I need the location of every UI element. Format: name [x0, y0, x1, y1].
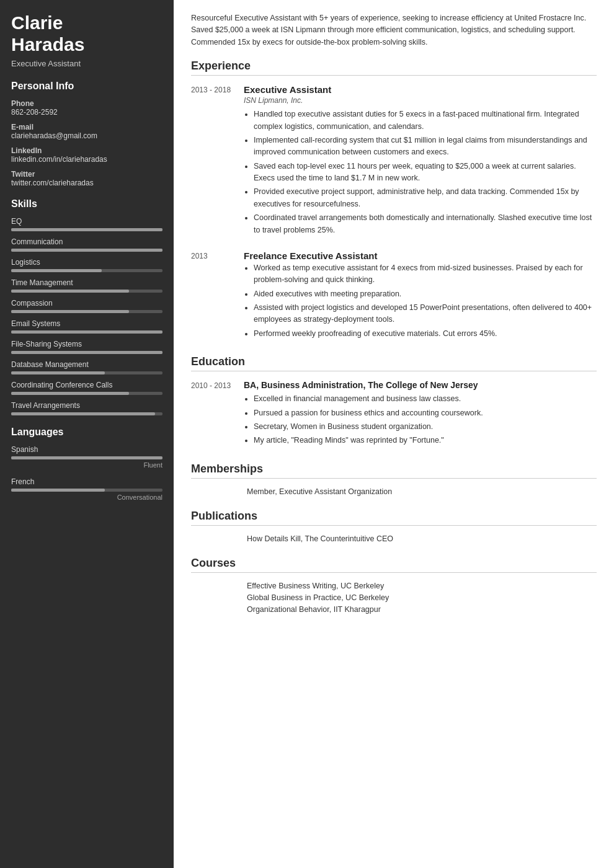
skill-name: Time Management [11, 278, 162, 287]
skill-name: Travel Arrangements [11, 401, 162, 410]
language-level: Fluent [11, 461, 162, 469]
summary-text: Resourceful Executive Assistant with 5+ … [191, 12, 597, 48]
skill-bar-bg [11, 371, 162, 374]
skill-bar-bg [11, 412, 162, 415]
bullet-item: Handled top executive assistant duties f… [254, 108, 597, 133]
skill-item: File-Sharing Systems [11, 340, 162, 354]
exp-bullets: Worked as temp executive assistant for 4… [244, 262, 597, 340]
courses-heading: Courses [191, 557, 597, 573]
skill-name: Database Management [11, 360, 162, 369]
skill-name: EQ [11, 217, 162, 226]
language-name: Spanish [11, 445, 162, 454]
skill-bar-bg [11, 392, 162, 395]
bullet-item: Saved each top-level exec 11 hours per w… [254, 161, 597, 185]
edu-date: 2010 - 2013 [191, 380, 244, 449]
skill-item: Coordinating Conference Calls [11, 381, 162, 395]
bullet-item: Excelled in financial management and bus… [254, 393, 597, 405]
language-level: Conversational [11, 494, 162, 501]
education-section: Education 2010 - 2013 BA, Business Admin… [191, 355, 597, 449]
twitter-block: Twitter twitter.com/clarieharadas [11, 170, 162, 187]
skill-name: File-Sharing Systems [11, 340, 162, 348]
skill-item: Travel Arrangements [11, 401, 162, 415]
publications-section: Publications How Details Kill, The Count… [191, 510, 597, 543]
skills-heading: Skills [11, 198, 162, 210]
phone-block: Phone 862-208-2592 [11, 99, 162, 117]
skill-item: Compassion [11, 299, 162, 313]
publications-list: How Details Kill, The Counterintuitive C… [191, 534, 597, 543]
skill-item: Email Systems [11, 319, 162, 334]
languages-list: Spanish Fluent French Conversational [11, 445, 162, 501]
experience-list: 2013 - 2018 Executive Assistant ISN Lipm… [191, 84, 597, 342]
email-value: clarieharadas@gmail.com [11, 131, 162, 140]
publications-heading: Publications [191, 510, 597, 526]
linkedin-block: LinkedIn linkedin.com/in/clarieharadas [11, 146, 162, 164]
bullet-item: Performed weekly proofreading of executi… [254, 328, 597, 340]
sidebar: Clarie Haradas Executive Assistant Perso… [0, 0, 174, 868]
linkedin-value: linkedin.com/in/clarieharadas [11, 155, 162, 164]
twitter-value: twitter.com/clarieharadas [11, 179, 162, 187]
skill-bar-bg [11, 290, 162, 293]
language-bar-bg [11, 489, 162, 492]
personal-info-heading: Personal Info [11, 81, 162, 92]
skill-item: Logistics [11, 258, 162, 272]
skill-name: Compassion [11, 299, 162, 308]
language-item: French Conversational [11, 477, 162, 501]
skill-bar-bg [11, 269, 162, 272]
skill-bar-bg [11, 330, 162, 334]
skill-item: Communication [11, 237, 162, 252]
bullet-item: Provided executive project support, admi… [254, 186, 597, 210]
skill-item: Time Management [11, 278, 162, 293]
course-item: Effective Business Writing, UC Berkeley [191, 582, 597, 590]
skill-item: Database Management [11, 360, 162, 374]
skill-bar-bg [11, 228, 162, 231]
bullet-item: Aided executives with meeting preparatio… [254, 288, 597, 300]
languages-heading: Languages [11, 427, 162, 438]
candidate-title: Executive Assistant [11, 59, 162, 68]
memberships-section: Memberships Member, Executive Assistant … [191, 463, 597, 496]
bullet-item: Implemented call-recording system that c… [254, 135, 597, 159]
bullet-item: Secretary, Women in Business student org… [254, 421, 597, 433]
language-item: Spanish Fluent [11, 445, 162, 469]
skill-bar-fill [11, 228, 162, 231]
skill-bar-fill [11, 371, 105, 374]
skill-name: Communication [11, 237, 162, 246]
exp-role: Freelance Executive Assistant [244, 250, 597, 261]
phone-value: 862-208-2592 [11, 108, 162, 117]
exp-bullets: Handled top executive assistant duties f… [244, 108, 597, 236]
membership-item: Member, Executive Assistant Organization [191, 487, 597, 496]
exp-content: Freelance Executive Assistant Worked as … [244, 250, 597, 342]
education-item: 2010 - 2013 BA, Business Administration,… [191, 380, 597, 449]
exp-role: Executive Assistant [244, 84, 597, 95]
skill-name: Coordinating Conference Calls [11, 381, 162, 389]
skill-bar-bg [11, 351, 162, 354]
experience-heading: Experience [191, 60, 597, 76]
skill-bar-fill [11, 310, 129, 313]
experience-item: 2013 - 2018 Executive Assistant ISN Lipm… [191, 84, 597, 238]
course-item: Organizational Behavior, IIT Kharagpur [191, 605, 597, 614]
skill-bar-fill [11, 392, 129, 395]
language-bar-bg [11, 456, 162, 459]
edu-content: BA, Business Administration, The College… [244, 380, 597, 449]
bullet-item: Worked as temp executive assistant for 4… [254, 262, 597, 286]
skill-name: Email Systems [11, 319, 162, 328]
linkedin-label: LinkedIn [11, 146, 162, 155]
memberships-list: Member, Executive Assistant Organization [191, 487, 597, 496]
skill-name: Logistics [11, 258, 162, 267]
bullet-item: Coordinated travel arrangements both dom… [254, 212, 597, 236]
education-list: 2010 - 2013 BA, Business Administration,… [191, 380, 597, 449]
exp-date: 2013 [191, 250, 244, 342]
skill-bar-bg [11, 310, 162, 313]
experience-section: Experience 2013 - 2018 Executive Assista… [191, 60, 597, 342]
skill-item: EQ [11, 217, 162, 231]
exp-company: ISN Lipmann, Inc. [244, 96, 597, 105]
email-block: E-mail clarieharadas@gmail.com [11, 123, 162, 140]
course-item: Global Business in Practice, UC Berkeley [191, 593, 597, 602]
skill-bar-fill [11, 269, 102, 272]
bullet-item: My article, "Reading Minds" was reprinte… [254, 435, 597, 446]
exp-content: Executive Assistant ISN Lipmann, Inc. Ha… [244, 84, 597, 238]
skill-bar-fill [11, 249, 162, 252]
edu-bullets: Excelled in financial management and bus… [244, 393, 597, 447]
skill-bar-fill [11, 351, 162, 354]
bullet-item: Assisted with project logistics and deve… [254, 302, 597, 326]
skills-list: EQ Communication Logistics Time Manageme… [11, 217, 162, 415]
